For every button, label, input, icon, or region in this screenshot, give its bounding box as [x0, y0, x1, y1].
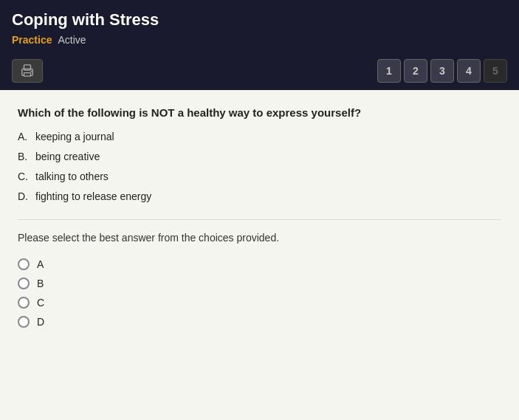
- pagination: 1 2 3 4 5: [377, 59, 507, 83]
- radio-label-a: A: [37, 258, 44, 270]
- choice-b-letter: B.: [18, 149, 35, 165]
- page-title: Coping with Stress: [12, 10, 507, 30]
- page-3-button[interactable]: 3: [430, 59, 454, 83]
- choice-d-text: fighting to release energy: [35, 189, 501, 204]
- print-button[interactable]: [12, 59, 43, 83]
- toolbar: 1 2 3 4 5: [12, 53, 507, 90]
- choice-d-letter: D.: [18, 189, 35, 204]
- choice-b: B. being creative: [18, 149, 501, 165]
- header: Coping with Stress Practice Active 1 2 3…: [0, 0, 519, 90]
- choice-a-text: keeping a journal: [35, 129, 501, 145]
- content-area: Which of the following is NOT a healthy …: [0, 90, 519, 420]
- divider: [18, 219, 501, 220]
- print-icon: [20, 64, 35, 78]
- radio-circle-a[interactable]: [18, 258, 30, 270]
- choice-c-letter: C.: [18, 169, 35, 185]
- svg-rect-2: [24, 73, 31, 77]
- radio-circle-d[interactable]: [18, 316, 30, 328]
- choice-a: A. keeping a journal: [18, 129, 501, 145]
- question-text: Which of the following is NOT a healthy …: [18, 105, 501, 120]
- radio-option-c[interactable]: C: [18, 297, 501, 309]
- breadcrumb-active: Active: [58, 34, 86, 46]
- choice-a-letter: A.: [18, 129, 35, 145]
- svg-rect-1: [24, 65, 31, 70]
- page-2-button[interactable]: 2: [404, 59, 427, 83]
- page-5-button[interactable]: 5: [484, 59, 507, 83]
- choice-c: C. talking to others: [18, 169, 501, 185]
- choice-b-text: being creative: [35, 149, 501, 165]
- page-1-button[interactable]: 1: [377, 59, 401, 83]
- radio-option-d[interactable]: D: [18, 316, 501, 328]
- page-4-button[interactable]: 4: [457, 59, 481, 83]
- radio-circle-b[interactable]: [18, 278, 30, 289]
- breadcrumb-practice[interactable]: Practice: [12, 34, 52, 46]
- radio-option-b[interactable]: B: [18, 278, 501, 289]
- radio-circle-c[interactable]: [18, 297, 30, 309]
- radio-option-a[interactable]: A: [18, 258, 501, 270]
- svg-point-3: [31, 71, 32, 72]
- breadcrumb: Practice Active: [12, 34, 507, 46]
- choices-list: A. keeping a journal B. being creative C…: [18, 129, 501, 204]
- radio-label-b: B: [37, 278, 44, 289]
- radio-label-d: D: [37, 316, 44, 328]
- radio-label-c: C: [37, 297, 44, 309]
- choice-d: D. fighting to release energy: [18, 189, 501, 204]
- radio-options: A B C D: [18, 258, 501, 328]
- choice-c-text: talking to others: [35, 169, 501, 185]
- instruction-text: Please select the best answer from the c…: [18, 232, 501, 244]
